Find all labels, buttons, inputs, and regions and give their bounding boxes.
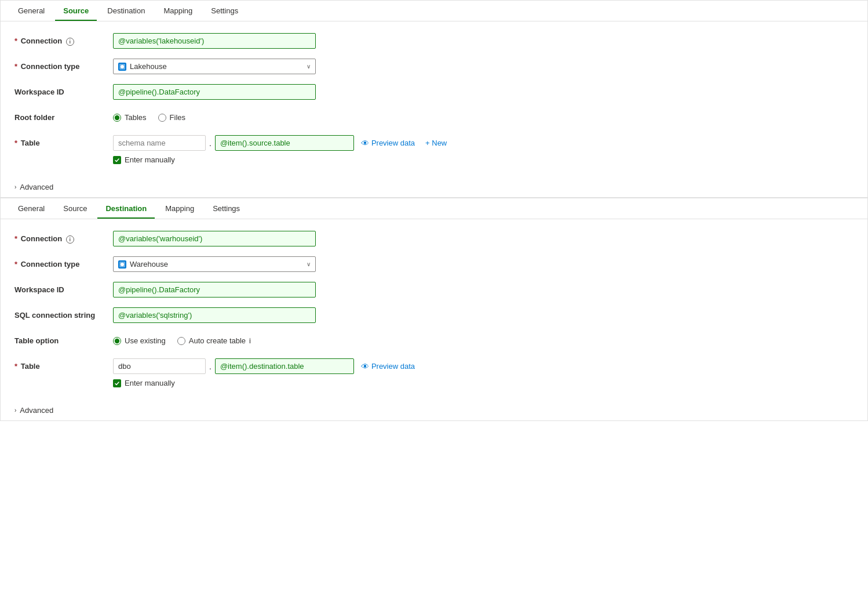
source-preview-eye-icon: 👁 <box>361 139 369 148</box>
source-table-name-input[interactable] <box>215 135 354 151</box>
source-connection-label: * Connection i <box>14 33 113 46</box>
source-connection-type-label: * Connection type <box>14 59 113 71</box>
source-radio-files[interactable]: Files <box>158 113 185 122</box>
destination-connection-row: * Connection i <box>14 231 854 248</box>
dest-dot-separator: . <box>209 362 211 371</box>
source-panel: General Source Destination Mapping Setti… <box>0 0 868 198</box>
source-conn-type-required: * <box>14 62 17 71</box>
dest-table-option-info-icon: i <box>249 336 251 345</box>
lakehouse-icon <box>118 63 126 71</box>
destination-connection-type-label: * Connection type <box>14 256 113 269</box>
destination-connection-label: * Connection i <box>14 231 113 244</box>
source-connection-type-control: Lakehouse ∨ <box>113 59 854 74</box>
destination-tab-source[interactable]: Source <box>55 198 95 219</box>
source-root-folder-radio-group: Tables Files <box>113 110 854 122</box>
destination-workspace-row: Workspace ID <box>14 282 854 299</box>
source-form-area: * Connection i * Connection type <box>1 21 867 177</box>
dest-table-required: * <box>14 362 17 371</box>
destination-sql-conn-input[interactable] <box>113 307 316 323</box>
destination-connection-type-dropdown[interactable]: Warehouse ∨ <box>113 256 316 272</box>
destination-table-inputs: . 👁 Preview data <box>113 358 854 374</box>
destination-table-label: * Table <box>14 358 113 371</box>
source-dropdown-left: Lakehouse <box>118 62 167 71</box>
source-advanced-label: Advanced <box>20 183 53 191</box>
destination-tab-settings[interactable]: Settings <box>205 198 248 219</box>
source-check-icon <box>114 157 120 163</box>
dest-radio-use-existing-input[interactable] <box>113 337 121 345</box>
source-table-control: . 👁 Preview data + New <box>113 135 854 164</box>
destination-advanced-row[interactable]: › Advanced <box>1 400 867 420</box>
destination-enter-manually-row: Enter manually <box>113 379 854 387</box>
source-connection-control <box>113 33 854 49</box>
destination-table-name-input[interactable] <box>215 358 354 374</box>
source-connection-row: * Connection i <box>14 33 854 50</box>
source-enter-manually-row: Enter manually <box>113 155 854 164</box>
destination-table-option-radio-group: Use existing Auto create table i <box>113 333 854 345</box>
source-tab-bar: General Source Destination Mapping Setti… <box>1 1 867 21</box>
connection-info-icon: i <box>66 38 74 46</box>
destination-connection-type-row: * Connection type Warehouse ∨ <box>14 256 854 274</box>
destination-table-row: * Table . 👁 Preview data <box>14 358 854 387</box>
destination-table-option-label: Table option <box>14 333 113 345</box>
source-radio-files-input[interactable] <box>158 114 166 122</box>
source-advanced-row[interactable]: › Advanced <box>1 177 867 197</box>
source-table-label: * Table <box>14 135 113 147</box>
dest-conn-type-required: * <box>14 260 17 269</box>
source-connection-type-dropdown[interactable]: Lakehouse ∨ <box>113 59 316 74</box>
destination-connection-type-control: Warehouse ∨ <box>113 256 854 272</box>
destination-preview-data-btn[interactable]: 👁 Preview data <box>358 360 418 373</box>
dest-preview-eye-icon: 👁 <box>361 362 369 371</box>
dest-connection-required: * <box>14 234 17 243</box>
source-tab-source[interactable]: Source <box>55 1 97 21</box>
destination-schema-input[interactable] <box>113 358 206 374</box>
destination-enter-manually-checkbox[interactable] <box>113 379 121 387</box>
source-tab-destination[interactable]: Destination <box>99 1 153 21</box>
warehouse-icon <box>118 260 126 269</box>
dest-check-icon <box>114 380 120 386</box>
dest-radio-auto-create-input[interactable] <box>177 337 185 345</box>
source-radio-tables-input[interactable] <box>113 114 121 122</box>
destination-table-option-row: Table option Use existing Auto create ta… <box>14 333 854 350</box>
source-tab-general[interactable]: General <box>10 1 53 21</box>
dest-dropdown-chevron: ∨ <box>307 261 311 267</box>
destination-tab-destination[interactable]: Destination <box>97 198 155 219</box>
source-workspace-label: Workspace ID <box>14 84 113 96</box>
destination-table-option-control: Use existing Auto create table i <box>113 333 854 345</box>
destination-tab-bar: General Source Destination Mapping Setti… <box>1 198 867 219</box>
destination-enter-manually-label: Enter manually <box>125 379 175 387</box>
source-enter-manually-checkbox[interactable] <box>113 156 121 164</box>
destination-advanced-chevron: › <box>14 407 16 413</box>
source-table-required: * <box>14 139 17 147</box>
destination-connection-input[interactable] <box>113 231 316 246</box>
destination-workspace-input[interactable] <box>113 282 316 298</box>
source-preview-data-btn[interactable]: 👁 Preview data <box>358 136 418 150</box>
source-enter-manually-label: Enter manually <box>125 155 175 164</box>
source-new-btn[interactable]: + New <box>422 136 450 150</box>
destination-sql-conn-control <box>113 307 854 323</box>
source-tab-settings[interactable]: Settings <box>203 1 246 21</box>
source-connection-input[interactable] <box>113 33 316 49</box>
destination-workspace-control <box>113 282 854 298</box>
source-workspace-input[interactable] <box>113 84 316 100</box>
dest-radio-auto-create[interactable]: Auto create table i <box>177 336 251 345</box>
source-dropdown-chevron: ∨ <box>307 63 311 70</box>
dest-radio-use-existing[interactable]: Use existing <box>113 336 166 345</box>
source-connection-required: * <box>14 37 17 45</box>
source-root-folder-control: Tables Files <box>113 110 854 122</box>
destination-sql-conn-label: SQL connection string <box>14 307 113 320</box>
svg-point-1 <box>121 65 124 68</box>
source-workspace-control <box>113 84 854 100</box>
source-workspace-row: Workspace ID <box>14 84 854 101</box>
destination-tab-general[interactable]: General <box>10 198 53 219</box>
source-tab-mapping[interactable]: Mapping <box>155 1 200 21</box>
source-radio-tables[interactable]: Tables <box>113 113 147 122</box>
dest-dropdown-left: Warehouse <box>118 260 168 269</box>
source-connection-type-row: * Connection type Lakehouse ∨ <box>14 59 854 76</box>
destination-connection-control <box>113 231 854 246</box>
destination-tab-mapping[interactable]: Mapping <box>157 198 202 219</box>
source-root-folder-label: Root folder <box>14 110 113 122</box>
svg-point-3 <box>121 263 124 266</box>
destination-panel: General Source Destination Mapping Setti… <box>0 198 868 421</box>
source-schema-input[interactable] <box>113 135 206 151</box>
source-table-inputs: . 👁 Preview data + New <box>113 135 854 151</box>
